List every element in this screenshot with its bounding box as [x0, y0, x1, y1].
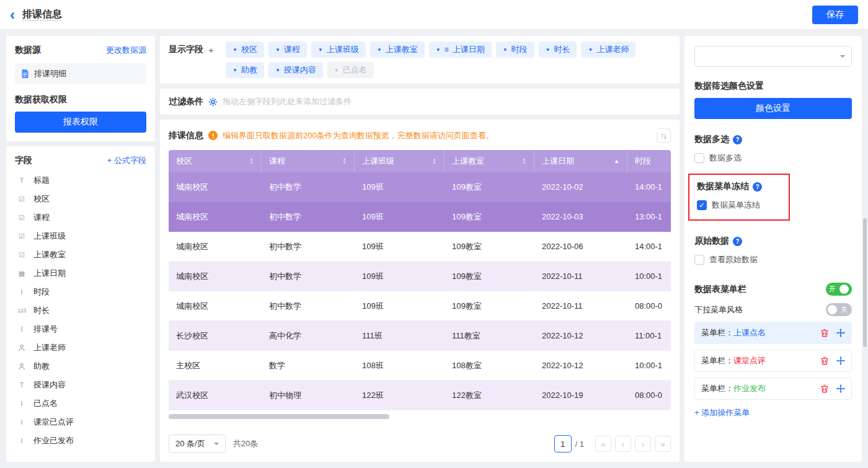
right-panel-select[interactable]: [694, 46, 852, 67]
display-field-chip[interactable]: ▼已点名: [327, 62, 374, 78]
display-field-chip[interactable]: ▼上课教室: [370, 42, 425, 58]
display-field-chip[interactable]: ▼上课班级: [311, 42, 366, 58]
column-header[interactable]: 上课教室▲▼: [445, 150, 534, 172]
next-page-button[interactable]: ›: [635, 436, 651, 452]
table-row[interactable]: 主校区数学108班108教室2022-10-1210:00-1: [169, 351, 671, 381]
dropdown-style-toggle[interactable]: 关: [826, 303, 852, 316]
field-item[interactable]: ☑校区: [15, 190, 146, 208]
field-item[interactable]: I课堂已点评: [15, 413, 146, 431]
menu-bar-item[interactable]: 菜单栏：作业发布: [694, 377, 852, 400]
field-item[interactable]: T授课内容: [15, 376, 146, 394]
fields-title: 字段: [15, 155, 32, 166]
move-icon[interactable]: [836, 329, 845, 337]
select-field-icon: ☑: [15, 251, 29, 259]
add-operation-menu-link[interactable]: + 添加操作菜单: [694, 407, 750, 418]
table-row[interactable]: 城南校区初中数学109班109教室2022-10-0614:00-1: [169, 232, 671, 262]
last-page-button[interactable]: »: [655, 436, 671, 452]
column-header[interactable]: 上课班级▲▼: [355, 150, 445, 172]
menu-freeze-checkbox-row[interactable]: 数据菜单冻结: [697, 200, 781, 211]
table-cell: 2022-10-06: [534, 232, 627, 261]
field-item[interactable]: ▦上课日期: [15, 264, 146, 283]
table-row[interactable]: 城南校区初中数学109班109教室2022-10-0214:00-1: [169, 172, 671, 202]
display-field-chip[interactable]: ▼授课内容: [268, 62, 323, 78]
left-sidebar: 数据源 更改数据源 排课明细 数据获取权限 报表权限 字段 + 公式字段 T标题…: [6, 36, 155, 462]
trash-icon[interactable]: [820, 384, 829, 393]
display-field-chip[interactable]: ▼助教: [226, 62, 264, 78]
field-item[interactable]: I已点名: [15, 394, 146, 413]
column-header[interactable]: 上课日期▲: [534, 150, 627, 172]
menu-bar-item[interactable]: 菜单栏：课堂点评: [694, 350, 852, 372]
field-item[interactable]: I时段: [15, 283, 146, 301]
add-display-field-button[interactable]: +: [208, 45, 214, 55]
field-item[interactable]: 助教: [15, 357, 146, 376]
field-item[interactable]: ☑课程: [15, 208, 146, 227]
raw-data-checkbox-row[interactable]: 查看原始数据: [694, 254, 852, 265]
help-icon[interactable]: [733, 135, 742, 144]
display-field-chip[interactable]: ▼时长: [539, 42, 577, 58]
sort-order-button[interactable]: ↑↓: [657, 128, 671, 143]
field-item[interactable]: ☑上课班级: [15, 227, 146, 245]
help-icon[interactable]: [733, 237, 742, 246]
sort-icon[interactable]: ▲▼: [432, 157, 436, 165]
field-item[interactable]: I排课号: [15, 320, 146, 338]
help-icon[interactable]: [753, 182, 762, 192]
add-formula-field-link[interactable]: + 公式字段: [107, 155, 146, 166]
field-item[interactable]: 上课老师: [15, 338, 146, 357]
change-datasource-link[interactable]: 更改数据源: [106, 45, 146, 56]
sort-icon[interactable]: ▲: [614, 159, 619, 164]
current-page-input[interactable]: 1: [554, 435, 572, 453]
column-header[interactable]: 校区▲▼: [169, 150, 262, 172]
scrollbar-thumb[interactable]: [169, 414, 389, 419]
display-field-chip[interactable]: ▼课程: [268, 42, 307, 58]
page-title[interactable]: 排课信息: [22, 8, 62, 21]
field-item[interactable]: I作业已发布: [15, 431, 146, 450]
table-row[interactable]: 长沙校区高中化学111班111教室2022-10-1211:00-1: [169, 321, 671, 351]
table-cell: 2022-10-03: [534, 202, 627, 231]
table-row[interactable]: 城南校区初中数学109班109教室2022-10-0313:00-1: [169, 202, 671, 232]
report-permission-button[interactable]: 报表权限: [15, 112, 146, 133]
sort-icon[interactable]: ▲▼: [342, 157, 347, 165]
trash-icon[interactable]: [820, 356, 829, 365]
menu-freeze-checkbox[interactable]: [697, 200, 707, 210]
prev-page-button[interactable]: ‹: [615, 436, 631, 452]
table-cell: 109班: [355, 232, 445, 261]
field-item[interactable]: T标题: [15, 171, 146, 190]
sort-icon[interactable]: ▲▼: [522, 157, 526, 165]
field-item[interactable]: ☑上课教室: [15, 245, 146, 264]
menu-bar-item[interactable]: 菜单栏：上课点名: [694, 322, 852, 344]
first-page-button[interactable]: «: [595, 436, 611, 452]
multi-select-checkbox[interactable]: [694, 153, 704, 163]
display-field-chip[interactable]: ▼时段: [496, 42, 534, 58]
sort-icon[interactable]: ▲▼: [249, 157, 254, 165]
table-menu-toggle[interactable]: 开: [826, 283, 852, 296]
display-field-chip[interactable]: ▼上课老师: [581, 42, 636, 58]
main-area: 显示字段 + ▼校区▼课程▼上课班级▼上课教室▼≡上课日期▼时段▼时长▼上课老师…: [160, 36, 680, 462]
gear-icon[interactable]: [208, 97, 218, 107]
vertical-scrollbar[interactable]: [863, 218, 867, 347]
raw-data-checkbox[interactable]: [694, 255, 704, 265]
trash-icon[interactable]: [820, 329, 829, 337]
page-size-select[interactable]: 20 条/页: [169, 435, 226, 453]
table-cell: 122教室: [445, 381, 534, 410]
table-row[interactable]: 城南校区初中数学109班109教室2022-10-1108:00-0: [169, 291, 671, 321]
color-settings-button[interactable]: 颜色设置: [694, 98, 852, 119]
table-row[interactable]: 武汉校区初中物理122班122教室2022-10-1908:00-0: [169, 381, 671, 410]
title-field-icon: T: [15, 381, 29, 389]
table-cell: 11:00-1: [627, 321, 671, 350]
column-header[interactable]: 课程▲▼: [262, 150, 355, 172]
horizontal-scrollbar[interactable]: [169, 414, 671, 419]
multi-select-checkbox-row[interactable]: 数据多选: [694, 152, 852, 164]
display-field-chip[interactable]: ▼校区: [226, 42, 264, 58]
field-item[interactable]: 123时长: [15, 301, 146, 320]
table-row[interactable]: 城南校区初中数学109班109教室2022-10-1110:00-1: [169, 262, 671, 291]
back-button[interactable]: ‹: [10, 7, 15, 22]
display-field-chip[interactable]: ▼≡上课日期: [429, 42, 492, 58]
column-header[interactable]: 时段▲▼: [627, 150, 671, 172]
filter-dropzone[interactable]: 拖动左侧字段到此处来添加过滤条件: [223, 96, 352, 107]
move-icon[interactable]: [836, 384, 845, 393]
datasource-item[interactable]: 排课明细: [15, 63, 146, 84]
save-button[interactable]: 保存: [812, 6, 858, 24]
toggle-knob: [839, 285, 849, 294]
field-label: 课堂已点评: [33, 417, 74, 428]
move-icon[interactable]: [836, 356, 845, 365]
